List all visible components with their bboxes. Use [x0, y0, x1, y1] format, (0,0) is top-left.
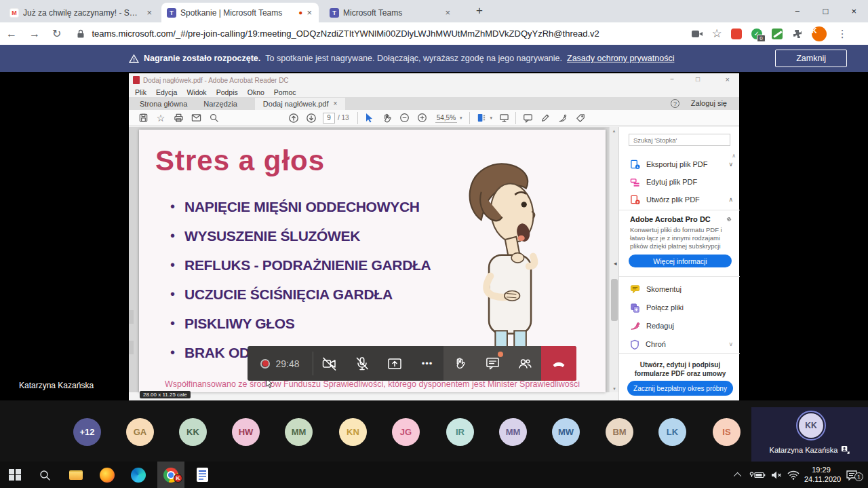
minimize-window-icon[interactable]: −: [783, 6, 812, 16]
share-screen-button[interactable]: [378, 346, 411, 381]
sidebar-scroll-down-icon[interactable]: ∨: [728, 341, 733, 348]
zoom-in-icon[interactable]: [414, 111, 431, 126]
pencil-tool-icon[interactable]: [536, 111, 554, 126]
redact-item[interactable]: Redaguj: [630, 317, 733, 335]
page-number-input[interactable]: 9: [323, 113, 335, 124]
scroll-up-icon[interactable]: ▲: [610, 127, 618, 133]
fill-sign-icon[interactable]: [554, 111, 572, 126]
participant-avatar[interactable]: +12: [73, 418, 101, 446]
reload-icon[interactable]: ↻: [52, 27, 61, 40]
battery-icon[interactable]: [747, 462, 768, 488]
camera-permission-icon[interactable]: [691, 29, 703, 39]
participant-avatar[interactable]: MW: [552, 418, 580, 446]
hang-up-button[interactable]: [541, 346, 576, 381]
acrobat-minimize-icon[interactable]: −: [670, 75, 674, 83]
participants-button[interactable]: [509, 346, 541, 381]
mic-toggle-button[interactable]: [346, 346, 378, 381]
next-page-icon[interactable]: [302, 111, 320, 126]
forward-icon[interactable]: →: [29, 28, 40, 40]
volume-muted-icon[interactable]: [768, 462, 785, 488]
extension-green-icon[interactable]: [772, 29, 783, 39]
acrobat-maximize-icon[interactable]: □: [696, 75, 700, 83]
participant-avatar[interactable]: MM: [499, 418, 527, 446]
maximize-window-icon[interactable]: □: [812, 6, 840, 16]
url-input[interactable]: [90, 28, 687, 39]
scrollbar-thumb[interactable]: [611, 279, 618, 321]
raise-hand-button[interactable]: [443, 346, 476, 381]
menu-okno[interactable]: Okno: [243, 88, 269, 96]
export-pdf-item[interactable]: Eksportuj plik PDF ∨: [630, 155, 733, 173]
participant-avatar[interactable]: KK: [179, 418, 207, 446]
tag-tool-icon[interactable]: [572, 111, 589, 126]
taskbar-search-icon[interactable]: [31, 462, 58, 488]
wifi-icon[interactable]: [784, 462, 803, 488]
camera-toggle-button[interactable]: [313, 346, 346, 381]
chevron-down-icon[interactable]: ▾: [490, 115, 493, 121]
close-document-icon[interactable]: ×: [333, 100, 337, 107]
menu-widok[interactable]: Widok: [182, 88, 211, 96]
participant-avatar[interactable]: IR: [446, 418, 474, 446]
presentation-mode-icon[interactable]: [495, 111, 513, 126]
browser-menu-icon[interactable]: ⋮: [837, 28, 848, 40]
scroll-down-icon[interactable]: ▼: [610, 387, 619, 391]
self-video-tile[interactable]: KK Katarzyna Kazańska: [751, 407, 868, 462]
favorites-star-icon[interactable]: ☆: [152, 111, 170, 126]
more-options-button[interactable]: •••: [411, 346, 443, 381]
action-center-icon[interactable]: 1: [840, 462, 864, 488]
search-icon[interactable]: [205, 111, 222, 126]
close-window-icon[interactable]: ×: [840, 6, 868, 16]
save-icon[interactable]: [134, 111, 152, 126]
participant-avatar[interactable]: HW: [232, 418, 260, 446]
banner-close-button[interactable]: Zamknij: [775, 50, 847, 67]
comment-tool-icon[interactable]: [519, 111, 536, 126]
edge-icon[interactable]: [125, 462, 152, 488]
browser-tab-meeting[interactable]: T Spotkanie | Microsoft Teams ● ×: [161, 3, 319, 22]
tab-narzedzia[interactable]: Narzędzia: [195, 98, 245, 110]
tab-document[interactable]: Dodaj nagłówek.pdf ×: [255, 98, 345, 110]
previous-page-icon[interactable]: [285, 111, 302, 126]
menu-edycja[interactable]: Edycja: [151, 88, 182, 96]
menu-plik[interactable]: Plik: [130, 88, 151, 96]
comment-item[interactable]: Skomentuj: [630, 280, 733, 298]
start-trial-button[interactable]: Zacznij bezpłatny okres próbny: [627, 381, 733, 396]
sidebar-search-input[interactable]: [629, 134, 730, 146]
protect-item[interactable]: Chroń ∨: [630, 335, 733, 353]
menu-podpis[interactable]: Podpis: [212, 88, 243, 96]
help-icon[interactable]: ?: [671, 99, 679, 108]
hand-tool-icon[interactable]: [378, 111, 396, 126]
collapse-panel-icon[interactable]: ◂: [614, 260, 617, 267]
new-tab-button[interactable]: +: [471, 4, 488, 18]
participant-avatar[interactable]: LK: [658, 418, 686, 446]
word-document-icon[interactable]: [189, 462, 216, 488]
close-tab-icon[interactable]: ×: [443, 7, 452, 18]
participant-avatar[interactable]: IS: [713, 418, 741, 446]
bookmark-star-icon[interactable]: ☆: [711, 26, 722, 41]
zoom-level-dropdown[interactable]: 54,5% ▾: [435, 113, 462, 123]
combine-files-item[interactable]: Połącz pliki: [630, 299, 733, 316]
back-icon[interactable]: ←: [6, 28, 17, 40]
nav-panel-tab[interactable]: [129, 341, 134, 354]
participant-avatar[interactable]: BM: [606, 418, 633, 446]
chat-button[interactable]: [476, 346, 509, 381]
page-view-icon[interactable]: [473, 111, 490, 126]
tray-expand-icon[interactable]: [730, 462, 747, 488]
select-tool-icon[interactable]: [361, 111, 378, 126]
edit-pdf-item[interactable]: Edytuj plik PDF: [630, 173, 733, 191]
privacy-policy-link[interactable]: Zasady ochrony prywatności: [567, 54, 674, 63]
clock[interactable]: 19:29 24.11.2020: [804, 465, 838, 484]
close-tab-icon[interactable]: ×: [145, 7, 153, 18]
sign-in-link[interactable]: Zaloguj się: [691, 99, 727, 107]
start-button[interactable]: [1, 462, 28, 488]
close-tab-icon[interactable]: ×: [305, 7, 313, 18]
zoom-out-icon[interactable]: [396, 111, 414, 126]
browser-tab-teams[interactable]: T Microsoft Teams ×: [324, 3, 457, 22]
menu-pomoc[interactable]: Pomoc: [269, 88, 301, 96]
file-explorer-icon[interactable]: [62, 462, 90, 488]
participant-avatar[interactable]: JG: [392, 418, 420, 446]
acrobat-close-icon[interactable]: ×: [726, 75, 730, 83]
tab-strona-glowna[interactable]: Strona główna: [132, 98, 195, 110]
firefox-icon[interactable]: [94, 462, 121, 488]
extension-check-icon[interactable]: ✓ 0: [751, 29, 762, 39]
chrome-icon-active[interactable]: K: [157, 462, 184, 488]
nav-panel-tab[interactable]: [129, 310, 134, 324]
